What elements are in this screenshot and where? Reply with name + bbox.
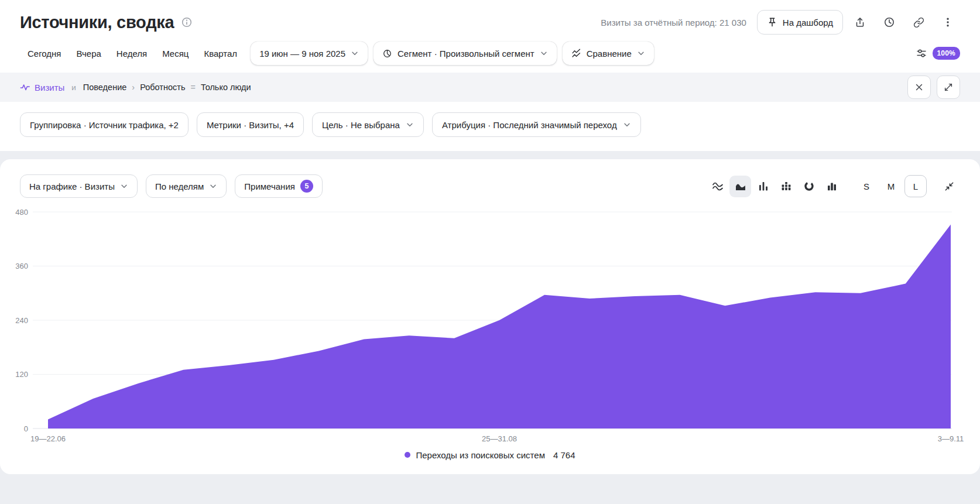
- columns-chart-icon: [826, 180, 838, 192]
- chevron-down-icon: [406, 121, 414, 129]
- collapse-chart-button[interactable]: [938, 176, 960, 197]
- legend-dot: [405, 452, 410, 458]
- on-chart-label: На графике · Визиты: [29, 181, 115, 191]
- filter-bar: Визиты и Поведение › Роботность = Только…: [0, 73, 980, 102]
- grouping-chip[interactable]: Группировка · Источник трафика, +2: [20, 112, 189, 137]
- svg-text:19—22.06: 19—22.06: [30, 434, 66, 443]
- copy-link-button[interactable]: [906, 10, 931, 35]
- svg-text:0: 0: [24, 424, 28, 433]
- tab-today[interactable]: Сегодня: [20, 43, 69, 64]
- date-range-dropdown[interactable]: 19 июн — 9 ноя 2025: [251, 42, 368, 65]
- comparison-icon: [571, 49, 581, 59]
- filter-bar-actions: [907, 76, 960, 99]
- on-chart-dropdown[interactable]: На графике · Визиты: [20, 174, 138, 198]
- attribution-chip-label: Атрибуция · Последний значимый переход: [442, 120, 617, 130]
- metrics-chip-label: Метрики · Визиты, +4: [207, 120, 294, 130]
- sampling-badge: 100%: [933, 47, 961, 60]
- granularity-dropdown[interactable]: По неделям: [146, 174, 227, 198]
- tab-quarter[interactable]: Квартал: [196, 43, 245, 64]
- visits-metric-label: Визиты: [35, 83, 64, 92]
- lines-mode-button[interactable]: [707, 176, 728, 197]
- goal-chip[interactable]: Цель · Не выбрана: [312, 112, 424, 137]
- notes-count-badge: 5: [300, 180, 313, 193]
- segment-dropdown[interactable]: Сегмент · Произвольный сегмент: [374, 42, 557, 65]
- chevron-down-icon: [637, 49, 645, 57]
- granularity-label: По неделям: [155, 181, 204, 191]
- share-button[interactable]: [848, 10, 872, 35]
- title-info-button[interactable]: [181, 16, 193, 28]
- filter-condition[interactable]: Поведение › Роботность = Только люди: [83, 83, 251, 92]
- size-l-button[interactable]: L: [904, 175, 927, 197]
- area-chart-icon: [735, 180, 746, 192]
- close-filter-button[interactable]: [907, 76, 931, 99]
- chart-size-switch: S M L: [855, 175, 927, 197]
- svg-text:480: 480: [15, 208, 28, 217]
- attribution-chip[interactable]: Атрибуция · Последний значимый переход: [432, 112, 641, 137]
- history-button[interactable]: [877, 10, 902, 35]
- more-icon: [942, 16, 954, 28]
- chart-legend: Переходы из поисковых систем 4 764: [0, 448, 980, 461]
- sliders-icon: [916, 47, 927, 59]
- chevron-down-icon: [623, 121, 631, 129]
- dashboard-button-label: На дашборд: [783, 18, 833, 28]
- pulse-icon: [20, 82, 30, 92]
- header-actions: Визиты за отчётный период: 21 030 На даш…: [601, 10, 960, 35]
- tab-week[interactable]: Неделя: [109, 43, 155, 64]
- segment-label: Сегмент · Произвольный сегмент: [398, 49, 534, 59]
- chevron-down-icon: [351, 49, 359, 57]
- tab-yesterday[interactable]: Вчера: [69, 43, 109, 64]
- stacked-chart-icon: [780, 180, 792, 192]
- area-mode-button[interactable]: [729, 176, 751, 197]
- filter-separator: ›: [132, 83, 135, 92]
- traffic-area-chart[interactable]: 012024036048019—22.0625—31.083—9.11: [0, 199, 980, 445]
- size-m-button[interactable]: M: [880, 175, 902, 197]
- more-menu-button[interactable]: [936, 10, 960, 35]
- legend-label: Переходы из поисковых систем: [416, 450, 545, 460]
- report-top: Источники, сводка Визиты за отчётный пер…: [0, 0, 980, 73]
- pie-chart-icon: [803, 180, 815, 192]
- svg-text:360: 360: [15, 262, 28, 270]
- visits-metric-link[interactable]: Визиты: [20, 82, 64, 92]
- size-s-button[interactable]: S: [855, 175, 878, 197]
- fullscreen-button[interactable]: [937, 76, 960, 99]
- share-icon: [854, 16, 866, 28]
- bar-chart-icon: [758, 180, 769, 192]
- metrics-chip[interactable]: Метрики · Визиты, +4: [197, 112, 304, 137]
- notes-label: Примечания: [244, 181, 295, 191]
- dashboard-button[interactable]: На дашборд: [757, 10, 843, 35]
- chevron-down-icon: [540, 49, 548, 57]
- sampling-button[interactable]: 100%: [916, 47, 961, 60]
- svg-text:120: 120: [15, 370, 28, 379]
- chart-toolbar: На графике · Визиты По неделям Примечани…: [0, 159, 980, 198]
- collapse-icon: [944, 181, 955, 192]
- filter-group: Поведение: [83, 83, 126, 92]
- svg-text:240: 240: [15, 316, 28, 325]
- line-chart-icon: [712, 180, 724, 192]
- expand-icon: [943, 82, 954, 92]
- period-toolbar: Сегодня Вчера Неделя Месяц Квартал 19 ию…: [20, 41, 960, 66]
- stacked-mode-button[interactable]: [775, 176, 797, 197]
- comparison-label: Сравнение: [587, 49, 632, 59]
- notes-button[interactable]: Примечания 5: [235, 174, 323, 198]
- segment-icon: [382, 49, 392, 59]
- filter-value: Только люди: [201, 83, 251, 92]
- legend-value: 4 764: [553, 450, 575, 460]
- report-header: Источники, сводка Визиты за отчётный пер…: [20, 9, 960, 35]
- svg-text:25—31.08: 25—31.08: [482, 434, 517, 443]
- copy-link-icon: [913, 17, 924, 28]
- pin-icon: [767, 17, 777, 28]
- legend-item-search-traffic[interactable]: Переходы из поисковых систем 4 764: [405, 450, 575, 460]
- tab-month[interactable]: Месяц: [155, 43, 196, 64]
- bars-mode-button[interactable]: [752, 176, 774, 197]
- filter-conjunction: и: [71, 83, 76, 92]
- pie-mode-button[interactable]: [798, 176, 820, 197]
- info-icon: [181, 16, 193, 28]
- filter-attribute: Роботность: [140, 83, 185, 92]
- grouping-chip-label: Группировка · Источник трафика, +2: [30, 120, 179, 130]
- columns-mode-button[interactable]: [821, 176, 842, 197]
- comparison-dropdown[interactable]: Сравнение: [563, 42, 654, 65]
- svg-text:3—9.11: 3—9.11: [938, 434, 964, 443]
- report-settings-row: Группировка · Источник трафика, +2 Метри…: [0, 102, 980, 151]
- goal-chip-label: Цель · Не выбрана: [322, 120, 400, 130]
- chevron-down-icon: [209, 182, 217, 190]
